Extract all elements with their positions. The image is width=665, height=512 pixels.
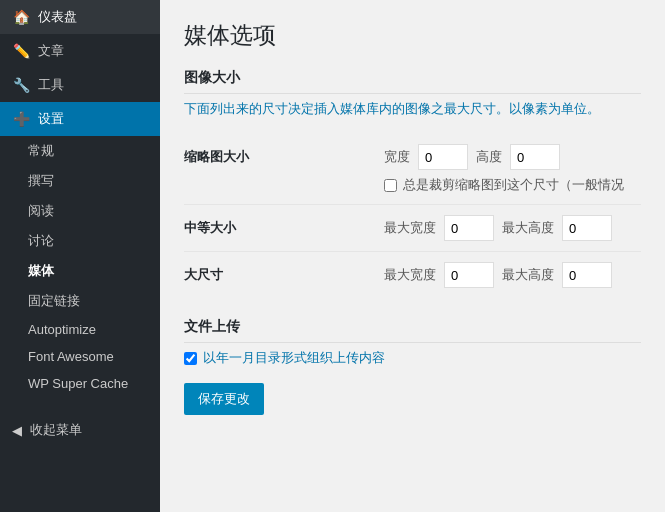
large-label: 大尺寸 (184, 262, 384, 284)
large-row: 大尺寸 最大宽度 最大高度 (184, 252, 641, 298)
sidebar-sub-item-reading[interactable]: 阅读 (0, 196, 160, 226)
collapse-icon: ◀ (12, 423, 22, 438)
sidebar-item-dashboard[interactable]: 🏠 仪表盘 (0, 0, 160, 34)
thumbnail-crop-checkbox[interactable] (384, 179, 397, 192)
image-size-section: 图像大小 下面列出来的尺寸决定插入媒体库内的图像之最大尺寸。以像素为单位。 缩略… (184, 69, 641, 298)
medium-control: 最大宽度 最大高度 (384, 215, 641, 241)
file-upload-section: 文件上传 以年一月目录形式组织上传内容 (184, 318, 641, 367)
thumbnail-height-label: 高度 (476, 148, 502, 166)
sidebar-sub-item-permalinks[interactable]: 固定链接 (0, 286, 160, 316)
thumbnail-size-inputs: 宽度 高度 (384, 144, 641, 170)
sidebar-sub-item-font-awesome[interactable]: Font Awesome (0, 343, 160, 370)
sidebar-item-label: 仪表盘 (38, 8, 77, 26)
sidebar: 🏠 仪表盘 ✏️ 文章 🔧 工具 ➕ 设置 常规 撰写 阅读 讨论 媒体 固定链… (0, 0, 160, 512)
thumbnail-label: 缩略图大小 (184, 144, 384, 166)
large-max-height-input[interactable] (562, 262, 612, 288)
page-title: 媒体选项 (184, 20, 641, 51)
image-size-title: 图像大小 (184, 69, 641, 94)
medium-max-height-label: 最大高度 (502, 219, 554, 237)
sidebar-item-tools[interactable]: 🔧 工具 (0, 68, 160, 102)
medium-max-height-input[interactable] (562, 215, 612, 241)
large-control: 最大宽度 最大高度 (384, 262, 641, 288)
large-max-height-label: 最大高度 (502, 266, 554, 284)
sidebar-item-settings[interactable]: ➕ 设置 (0, 102, 160, 136)
collapse-menu-button[interactable]: ◀ 收起菜单 (0, 413, 160, 447)
sidebar-sub-item-autoptimize[interactable]: Autoptimize (0, 316, 160, 343)
medium-size-inputs: 最大宽度 最大高度 (384, 215, 641, 241)
large-max-width-label: 最大宽度 (384, 266, 436, 284)
tools-icon: 🔧 (12, 76, 30, 94)
medium-max-width-input[interactable] (444, 215, 494, 241)
sidebar-sub-item-media[interactable]: 媒体 (0, 256, 160, 286)
medium-row: 中等大小 最大宽度 最大高度 (184, 205, 641, 252)
file-upload-title: 文件上传 (184, 318, 641, 343)
thumbnail-width-label: 宽度 (384, 148, 410, 166)
organize-upload-checkbox[interactable] (184, 352, 197, 365)
sidebar-item-label: 文章 (38, 42, 64, 60)
sidebar-item-posts[interactable]: ✏️ 文章 (0, 34, 160, 68)
thumbnail-control: 宽度 高度 总是裁剪缩略图到这个尺寸（一般情况 (384, 144, 641, 194)
medium-label: 中等大小 (184, 215, 384, 237)
organize-upload-label[interactable]: 以年一月目录形式组织上传内容 (184, 349, 641, 367)
sidebar-sub-item-discussion[interactable]: 讨论 (0, 226, 160, 256)
posts-icon: ✏️ (12, 42, 30, 60)
thumbnail-row: 缩略图大小 宽度 高度 总是裁剪缩略图到这个尺寸（一般情况 (184, 134, 641, 205)
thumbnail-width-input[interactable] (418, 144, 468, 170)
large-size-inputs: 最大宽度 最大高度 (384, 262, 641, 288)
image-size-description: 下面列出来的尺寸决定插入媒体库内的图像之最大尺寸。以像素为单位。 (184, 100, 641, 118)
large-max-width-input[interactable] (444, 262, 494, 288)
main-content: 媒体选项 图像大小 下面列出来的尺寸决定插入媒体库内的图像之最大尺寸。以像素为单… (160, 0, 665, 512)
thumbnail-crop-label[interactable]: 总是裁剪缩略图到这个尺寸（一般情况 (384, 176, 641, 194)
settings-icon: ➕ (12, 110, 30, 128)
dashboard-icon: 🏠 (12, 8, 30, 26)
sidebar-sub-item-writing[interactable]: 撰写 (0, 166, 160, 196)
medium-max-width-label: 最大宽度 (384, 219, 436, 237)
thumbnail-height-input[interactable] (510, 144, 560, 170)
sidebar-sub-item-wp-super-cache[interactable]: WP Super Cache (0, 370, 160, 397)
sidebar-sub-item-general[interactable]: 常规 (0, 136, 160, 166)
sidebar-item-label: 设置 (38, 110, 64, 128)
sidebar-item-label: 工具 (38, 76, 64, 94)
save-button[interactable]: 保存更改 (184, 383, 264, 415)
